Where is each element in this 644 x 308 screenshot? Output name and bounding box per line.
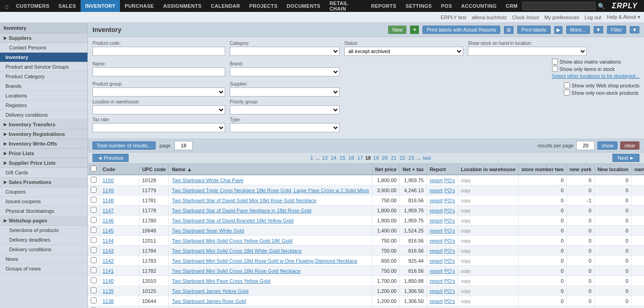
pos-link[interactable]: PO's <box>444 268 455 274</box>
report-link[interactable]: report <box>430 278 443 284</box>
sidebar-item-selections-of-products[interactable]: Selections of products <box>0 226 87 235</box>
code-link[interactable]: 1139 <box>103 288 114 294</box>
report-link[interactable]: report <box>430 188 443 193</box>
second-nav-item[interactable]: allena buchholz <box>472 15 507 20</box>
code-link[interactable]: 1147 <box>103 208 114 213</box>
code-link[interactable]: 1142 <box>103 258 114 264</box>
product-group-select[interactable] <box>92 87 225 97</box>
new-button[interactable]: New <box>388 26 406 34</box>
report-link[interactable]: report <box>430 298 443 304</box>
total-results-button[interactable]: Total number of results... <box>92 141 156 150</box>
second-nav-item[interactable]: Log out <box>584 15 601 20</box>
code-link[interactable]: 1144 <box>103 238 114 243</box>
sidebar-item-delivery-conditions[interactable]: Delivery conditions <box>0 110 87 120</box>
name-link[interactable]: Two Starboard Star of David Solid Mini 1… <box>172 198 316 203</box>
filter-button[interactable]: Filter <box>607 26 626 34</box>
nav-item-documents[interactable]: DOCUMENTS <box>282 0 325 12</box>
pos-link[interactable]: PO's <box>444 258 455 264</box>
page-link-last[interactable]: last <box>422 155 432 161</box>
nav-item-assignments[interactable]: ASSIGNMENTS <box>158 0 206 12</box>
code-link[interactable]: 1143 <box>103 248 114 254</box>
sidebar-item-physical-stocktakings[interactable]: Physical Stocktakings <box>0 206 87 216</box>
show-stock-select[interactable] <box>468 47 587 56</box>
name-link[interactable]: Two Starboard Mini Solid Cross 18kt Rose… <box>172 258 357 264</box>
sidebar-item-issued-coupons[interactable]: Issued coupons <box>0 197 87 206</box>
brand-select[interactable] <box>230 67 340 76</box>
copy-link[interactable]: copy <box>461 228 471 233</box>
sidebar-group-price-lists[interactable]: ▶ Price Lists <box>0 149 87 158</box>
sidebar-item-product-category[interactable]: Product Category <box>0 72 87 81</box>
copy-link[interactable]: copy <box>461 289 471 294</box>
second-nav-item[interactable]: Help & About ▾ <box>607 14 640 20</box>
name-link[interactable]: Two Starboard Star of David Pave Necklac… <box>172 208 311 213</box>
pos-link[interactable]: PO's <box>444 218 455 223</box>
page-link-19[interactable]: 19 <box>372 155 379 161</box>
name-link[interactable]: Two Starboard Star of David Bracelet 18k… <box>172 218 293 223</box>
sidebar-group-inventory-write-offs[interactable]: ▶ Inventory Write-Offs <box>0 139 87 149</box>
pos-link[interactable]: PO's <box>444 208 455 213</box>
nav-item-customers[interactable]: CUSTOMERS <box>11 0 54 12</box>
page-link-16[interactable]: 16 <box>347 155 355 161</box>
page-link-23[interactable]: 23 <box>408 155 415 161</box>
col-name[interactable]: Name ▲ <box>169 164 372 175</box>
sidebar-group-sales-promotions[interactable]: ▶ Sales Promotions <box>0 178 87 187</box>
name-link[interactable]: Two Starboard Mini Solid Cross 18kt Whit… <box>172 248 302 254</box>
more-arrow[interactable]: ▼ <box>594 26 603 33</box>
row-checkbox[interactable] <box>91 267 97 273</box>
pos-link[interactable]: PO's <box>444 248 455 254</box>
print-labels-button[interactable]: Print labels <box>517 26 550 34</box>
previous-button[interactable]: ◄ Previous <box>92 154 129 162</box>
status-select[interactable]: all except archived <box>344 47 463 56</box>
category-select[interactable] <box>230 47 340 56</box>
nav-item-inventory[interactable]: INVENTORY <box>81 0 120 12</box>
name-link[interactable]: Two Starboard Mini Solid Cross Yellow Go… <box>172 238 292 243</box>
pos-link[interactable]: PO's <box>444 298 455 304</box>
sidebar-item-product-and-service-groups[interactable]: Product and Service Groups <box>0 62 87 72</box>
copy-link[interactable]: copy <box>461 218 471 223</box>
nav-item-calendar[interactable]: CALENDAR <box>206 0 244 12</box>
page-link-13[interactable]: 13 <box>321 155 328 161</box>
row-checkbox[interactable] <box>91 247 97 253</box>
copy-link[interactable]: copy <box>461 198 471 203</box>
row-checkbox[interactable] <box>91 177 97 183</box>
page-link-21[interactable]: 21 <box>390 155 397 161</box>
show-button[interactable]: show <box>597 141 617 150</box>
code-link[interactable]: 1140 <box>103 278 114 284</box>
sidebar-item-inventory[interactable]: Inventory <box>0 53 87 62</box>
copy-link[interactable]: copy <box>461 208 471 213</box>
report-link[interactable]: report <box>430 238 443 243</box>
nav-item-purchase[interactable]: PURCHASE <box>120 0 158 12</box>
copy-link[interactable]: copy <box>461 299 471 304</box>
nav-item-crm[interactable]: CRM <box>501 0 522 12</box>
location-select[interactable] <box>92 105 225 114</box>
nav-item-settings[interactable]: SETTINGS <box>401 0 436 12</box>
next-button[interactable]: Next ► <box>612 154 639 162</box>
report-link[interactable]: report <box>430 248 443 254</box>
results-per-page-input[interactable] <box>576 141 595 150</box>
second-nav-item[interactable]: My preferences <box>544 15 579 20</box>
sidebar-item-coupons[interactable]: Coupons <box>0 187 87 197</box>
search-icon[interactable]: 🔍 <box>595 3 607 10</box>
search-input[interactable] <box>522 2 595 10</box>
row-checkbox[interactable] <box>91 187 97 193</box>
report-link[interactable]: report <box>430 218 443 223</box>
pos-link[interactable]: PO's <box>444 178 455 183</box>
row-checkbox[interactable] <box>91 227 97 233</box>
pos-link[interactable]: PO's <box>444 238 455 243</box>
sidebar-item-delivery-deadlines[interactable]: Delivery deadlines <box>0 235 87 245</box>
row-checkbox[interactable] <box>91 287 97 293</box>
copy-link[interactable]: copy <box>461 238 471 243</box>
copy-link[interactable]: copy <box>461 249 471 254</box>
name-link[interactable]: Two Starboard Mini Pave Cross Yellow Gol… <box>172 278 270 284</box>
sidebar-group-suppliers[interactable]: ▶ Suppliers <box>0 33 87 43</box>
report-link[interactable]: report <box>430 268 443 274</box>
report-link[interactable]: report <box>430 178 443 183</box>
name-link[interactable]: Two Starboard Mini Solid Cross 18kt Rose… <box>172 268 300 274</box>
second-nav-item[interactable]: Clock In/out <box>512 15 539 20</box>
row-checkbox[interactable] <box>91 257 97 263</box>
copy-link[interactable]: copy <box>461 178 471 183</box>
page-link-20[interactable]: 20 <box>381 155 389 161</box>
code-link[interactable]: 1141 <box>103 268 114 274</box>
row-checkbox[interactable] <box>91 237 97 243</box>
sidebar-item-registers[interactable]: Registers <box>0 101 87 110</box>
